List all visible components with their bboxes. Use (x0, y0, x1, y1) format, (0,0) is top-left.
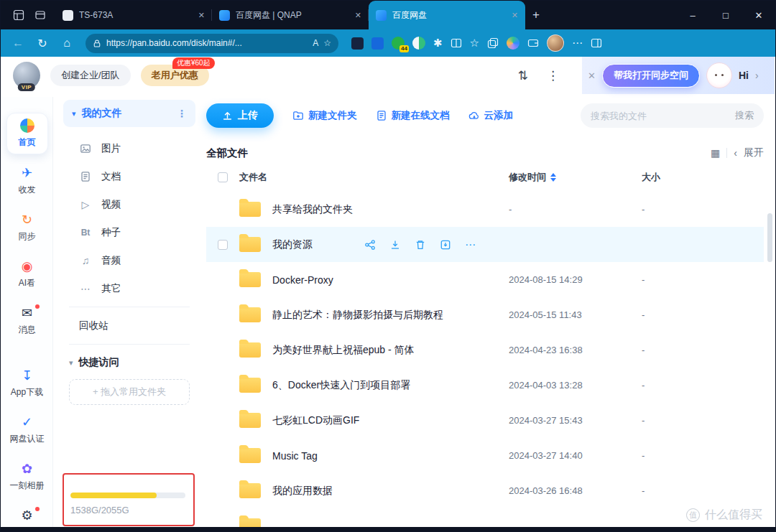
dropdown-icon[interactable]: ▾ (69, 358, 73, 368)
sidebar-item-messages[interactable]: ✉ 消息 (6, 301, 48, 341)
browser-tab[interactable]: 百度网盘 | QNAP ✕ (212, 1, 369, 29)
column-modified[interactable]: 修改时间 (509, 171, 642, 184)
sidebar-item-doc[interactable]: 文档 (59, 162, 200, 190)
row-checkbox[interactable] (218, 240, 228, 250)
sidebar-toggle-icon[interactable] (591, 37, 602, 49)
scrollbar-thumb[interactable] (767, 213, 772, 262)
table-row[interactable]: 我的应用数据 ⋯ 2024-03-26 16:48 - (206, 473, 764, 508)
split-screen-icon[interactable] (451, 37, 462, 49)
open-sync-space-button[interactable]: 帮我打开同步空间 (602, 64, 700, 88)
favorite-star-icon[interactable]: ☆ (323, 38, 331, 48)
file-name[interactable]: 我的应用数据 (272, 485, 333, 498)
sidebar-item-album[interactable]: ✿ 一刻相册 (6, 457, 48, 497)
extension-icon-2[interactable] (371, 37, 384, 50)
table-row[interactable]: 七彩虹LCD动画GIF ⋯ 2024-03-27 15:43 - (206, 403, 764, 438)
sidebar-item-ai[interactable]: ◉ AI看 (6, 254, 48, 294)
table-row[interactable]: 共享给我的文件夹 ⋯ - - (206, 192, 764, 227)
read-aloud-icon[interactable]: A (313, 38, 318, 48)
new-tab-button[interactable]: + (532, 8, 540, 22)
upload-button[interactable]: 上传 (206, 103, 274, 128)
move-to-icon[interactable] (440, 239, 451, 251)
file-name[interactable]: 七彩虹LCD动画GIF (272, 414, 359, 427)
file-name[interactable]: Music Tag (272, 450, 318, 462)
refresh-button[interactable]: ↻ (32, 33, 52, 53)
sidebar-item-bt[interactable]: Bt 种子 (59, 218, 200, 246)
sidebar-item-sync[interactable]: ↻ 同步 (6, 207, 48, 248)
collapse-icon[interactable]: ‹ (734, 147, 737, 159)
profile-avatar[interactable] (547, 34, 564, 52)
new-online-doc-button[interactable]: 新建在线文档 (376, 109, 450, 122)
sort-view-icon[interactable]: ⇅ (518, 68, 528, 83)
table-row[interactable]: 我的资源 ⋯ (206, 227, 764, 262)
sidebar-item-tools[interactable]: ⚙ 工具 (6, 503, 48, 527)
collections-icon[interactable] (487, 37, 499, 49)
sidebar-item-recycle-bin[interactable]: 回收站 (59, 312, 200, 340)
tab-close-icon[interactable]: ✕ (198, 11, 205, 20)
search-button[interactable]: 搜索 (735, 109, 754, 122)
grid-view-icon[interactable]: ▦ (711, 147, 720, 159)
expand-label[interactable]: 展开 (744, 146, 764, 159)
share-icon[interactable] (364, 239, 376, 251)
home-button[interactable]: ⌂ (57, 33, 77, 53)
extension-icon-4[interactable] (412, 37, 425, 50)
file-name[interactable]: 静止的艺术：静物摄影拍摄与后期教程 (272, 309, 443, 322)
close-button[interactable]: ✕ (742, 1, 775, 29)
table-row[interactable]: ⋯ (206, 508, 764, 527)
file-name[interactable]: 为美好世界献上祝福epub - 简体 (272, 344, 415, 357)
my-files-more-icon[interactable]: ⋮ (177, 108, 187, 119)
user-avatar[interactable]: VIP (13, 62, 40, 89)
sidebar-item-sendreceive[interactable]: ✈ 收发 (6, 161, 48, 201)
new-folder-button[interactable]: 新建文件夹 (292, 109, 357, 122)
create-team-button[interactable]: 创建企业/团队 (50, 65, 131, 86)
maximize-button[interactable]: □ (709, 1, 742, 29)
header-more-icon[interactable]: ⋮ (547, 68, 559, 83)
chevron-right-icon[interactable]: › (755, 70, 759, 81)
wallet-icon[interactable] (527, 37, 539, 49)
file-name[interactable]: 共享给我的文件夹 (272, 203, 353, 216)
delete-icon[interactable] (415, 239, 426, 251)
minimize-button[interactable]: – (676, 1, 709, 29)
table-row[interactable]: Music Tag ⋯ 2024-03-27 14:40 - (206, 438, 764, 473)
tab-search-icon[interactable] (29, 5, 51, 25)
favorites-icon[interactable]: ☆ (470, 37, 479, 50)
sidebar-item-video[interactable]: ▷ 视频 (59, 190, 200, 218)
dropdown-icon[interactable]: ▾ (72, 109, 76, 118)
tab-close-icon[interactable]: ✕ (355, 11, 361, 20)
column-filename[interactable]: 文件名 (239, 171, 509, 184)
extension-icon-1[interactable] (351, 37, 364, 50)
banner-close-icon[interactable]: ✕ (588, 70, 596, 81)
file-name[interactable]: 我的资源 (272, 238, 313, 251)
sidebar-item-app[interactable]: ↧ App下载 (6, 363, 48, 403)
settings-more-icon[interactable]: ⋯ (572, 37, 583, 50)
browser-essentials-icon[interactable] (507, 37, 519, 50)
window-menu-icon[interactable] (8, 5, 29, 25)
extension-icon-5[interactable]: ✱ (433, 37, 443, 50)
column-size[interactable]: 大小 (642, 171, 764, 184)
table-row[interactable]: 6、Docker快速入门到项目部署 ⋯ 2024-04-03 13:28 - (206, 368, 764, 403)
sidebar-item-audio[interactable]: ♫ 音频 (59, 246, 200, 274)
extension-icon-3[interactable]: 44 (392, 37, 405, 50)
file-name[interactable]: Docker-Proxy (272, 274, 333, 286)
pin-folder-dropzone[interactable]: + 拖入常用文件夹 (69, 379, 190, 405)
more-actions-icon[interactable]: ⋯ (465, 241, 476, 248)
tab-close-icon[interactable]: ✕ (512, 11, 518, 20)
sort-icons[interactable] (550, 173, 556, 182)
select-all-checkbox[interactable] (218, 172, 228, 182)
table-row[interactable]: 静止的艺术：静物摄影拍摄与后期教程 ⋯ 2024-05-15 11:43 - (206, 297, 764, 332)
sidebar-item-image[interactable]: 图片 (59, 134, 200, 162)
assistant-avatar[interactable] (706, 62, 732, 88)
table-row[interactable]: 为美好世界献上祝福epub - 简体 ⋯ 2024-04-23 16:38 - (206, 332, 764, 368)
sidebar-item-cert[interactable]: ✓ 网盘认证 (6, 410, 48, 450)
back-button[interactable]: ← (8, 33, 28, 53)
table-row[interactable]: Docker-Proxy ⋯ 2024-08-15 14:29 - (206, 262, 764, 297)
sidebar-item-my-files[interactable]: ▾ 我的文件 ⋮ (63, 100, 195, 127)
search-input[interactable] (591, 111, 735, 121)
cloud-add-button[interactable]: 云添加 (468, 109, 514, 122)
download-icon[interactable] (389, 239, 401, 251)
sidebar-item-home[interactable]: 首页 (6, 113, 48, 154)
address-bar[interactable]: https://pan.baidu.com/disk/main#/... A ☆ (86, 34, 338, 53)
sidebar-item-other[interactable]: ⋯ 其它 (59, 274, 200, 302)
browser-tab[interactable]: TS-673A ✕ (55, 1, 212, 29)
browser-tab[interactable]: 百度网盘 ✕ (369, 1, 525, 29)
sidebar-item-quick-access[interactable]: ▾ 快捷访问 (59, 349, 200, 376)
